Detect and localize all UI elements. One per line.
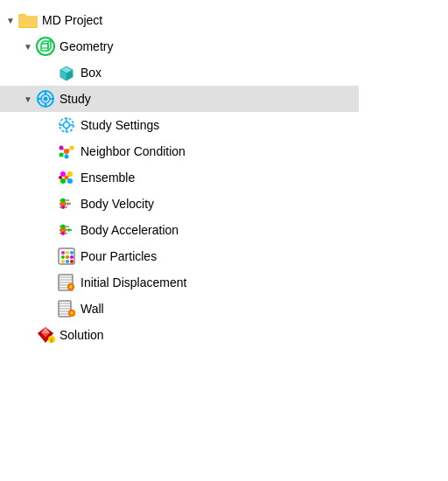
tree-item-box[interactable]: ▶ Box	[0, 59, 448, 86]
study-settings-icon	[56, 115, 77, 136]
pour-particles-icon	[56, 246, 77, 267]
svg-point-33	[60, 171, 66, 177]
svg-point-61	[66, 260, 69, 263]
initial-displacement-icon	[56, 272, 77, 293]
svg-point-17	[44, 97, 48, 101]
svg-point-70	[69, 285, 73, 289]
tree-item-body-velocity[interactable]: ▶ Body Velocity	[0, 191, 448, 217]
body-acceleration-label: Body Acceleration	[80, 223, 178, 237]
svg-text:!: !	[51, 338, 52, 344]
neighbor-icon	[56, 141, 77, 162]
svg-rect-3	[18, 15, 26, 18]
tree-item-neighbor-condition[interactable]: ▶ Neighbor Condition	[0, 138, 448, 164]
tree-item-md-project[interactable]: ▼ MD Project	[0, 7, 448, 33]
tree-item-body-acceleration[interactable]: ▶ Body Acceleration	[0, 217, 448, 243]
study-label: Study	[60, 92, 91, 106]
chevron-icon: ▼	[4, 13, 18, 27]
svg-point-58	[66, 255, 69, 259]
svg-point-78	[70, 311, 74, 315]
svg-point-60	[61, 260, 65, 263]
svg-point-62	[70, 260, 74, 263]
svg-point-36	[67, 178, 73, 184]
geometry-icon	[35, 36, 56, 57]
svg-point-37	[65, 176, 69, 180]
svg-point-28	[64, 149, 69, 154]
folder-icon	[18, 10, 38, 31]
initial-displacement-label: Initial Displacement	[80, 275, 186, 289]
geometry-label: Geometry	[60, 39, 113, 53]
svg-point-54	[61, 251, 65, 254]
body-velocity-icon	[56, 193, 77, 214]
svg-point-45	[61, 206, 65, 209]
solution-icon: !	[35, 324, 56, 345]
chevron-icon: ▼	[21, 39, 35, 53]
svg-rect-5	[41, 44, 48, 51]
svg-point-51	[61, 225, 66, 229]
md-project-label: MD Project	[42, 13, 102, 27]
tree-item-solution[interactable]: ▶ ! Solution	[0, 322, 448, 348]
solution-label: Solution	[60, 328, 104, 342]
svg-point-34	[67, 171, 73, 177]
tree-item-initial-displacement[interactable]: ▶ Initial Displacement	[0, 269, 448, 296]
svg-point-30	[70, 146, 74, 150]
wall-icon	[56, 298, 77, 319]
neighbor-condition-label: Neighbor Condition	[80, 144, 186, 158]
ensemble-icon	[56, 167, 77, 188]
svg-point-38	[59, 176, 62, 179]
svg-point-57	[61, 255, 65, 259]
svg-point-56	[70, 251, 74, 254]
svg-point-52	[61, 232, 65, 235]
tree-item-geometry[interactable]: ▼ Geometry	[0, 33, 448, 59]
svg-point-29	[60, 146, 64, 150]
svg-marker-42	[67, 202, 71, 206]
svg-point-44	[61, 199, 66, 203]
svg-point-31	[60, 153, 64, 157]
svg-point-55	[66, 251, 69, 254]
tree-item-wall[interactable]: ▶ Wall	[0, 296, 448, 322]
svg-point-32	[65, 155, 69, 159]
svg-marker-49	[68, 228, 72, 232]
wall-label: Wall	[80, 302, 104, 316]
svg-point-19	[64, 122, 70, 129]
box-label: Box	[80, 66, 102, 80]
study-icon	[35, 88, 56, 109]
tree-item-study-settings[interactable]: ▶ Study Settings	[0, 112, 448, 138]
tree-item-ensemble[interactable]: ▶ Ensemble	[0, 164, 448, 191]
study-settings-label: Study Settings	[80, 118, 159, 132]
tree-item-pour-particles[interactable]: ▶ Pour Particles	[0, 243, 448, 269]
chevron-icon: ▼	[21, 92, 35, 106]
body-acceleration-icon	[56, 220, 77, 240]
svg-point-59	[70, 255, 74, 259]
ensemble-label: Ensemble	[80, 171, 135, 185]
svg-point-4	[37, 38, 54, 55]
tree-item-study[interactable]: ▼ Study	[0, 86, 359, 112]
box-icon	[56, 62, 77, 83]
pour-particles-label: Pour Particles	[80, 249, 157, 263]
svg-point-35	[60, 178, 66, 184]
tree-container: ▼ MD Project ▼ Geometry	[0, 0, 448, 355]
body-velocity-label: Body Velocity	[80, 197, 154, 211]
